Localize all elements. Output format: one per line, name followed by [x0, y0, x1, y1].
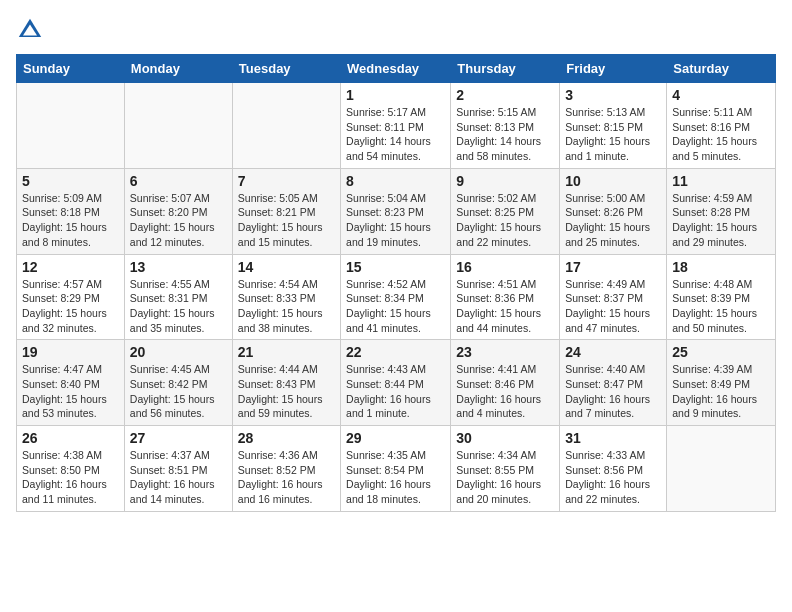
calendar-cell: 25Sunrise: 4:39 AMSunset: 8:49 PMDayligh… [667, 340, 776, 426]
calendar-cell: 22Sunrise: 4:43 AMSunset: 8:44 PMDayligh… [341, 340, 451, 426]
calendar-cell: 12Sunrise: 4:57 AMSunset: 8:29 PMDayligh… [17, 254, 125, 340]
day-number: 11 [672, 173, 770, 189]
calendar-cell: 28Sunrise: 4:36 AMSunset: 8:52 PMDayligh… [232, 426, 340, 512]
day-info: Sunrise: 4:38 AMSunset: 8:50 PMDaylight:… [22, 448, 119, 507]
day-number: 29 [346, 430, 445, 446]
day-info: Sunrise: 4:59 AMSunset: 8:28 PMDaylight:… [672, 191, 770, 250]
calendar-cell [667, 426, 776, 512]
day-info: Sunrise: 4:36 AMSunset: 8:52 PMDaylight:… [238, 448, 335, 507]
calendar-cell: 27Sunrise: 4:37 AMSunset: 8:51 PMDayligh… [124, 426, 232, 512]
calendar-cell: 16Sunrise: 4:51 AMSunset: 8:36 PMDayligh… [451, 254, 560, 340]
day-number: 7 [238, 173, 335, 189]
calendar-cell: 9Sunrise: 5:02 AMSunset: 8:25 PMDaylight… [451, 168, 560, 254]
calendar-cell: 14Sunrise: 4:54 AMSunset: 8:33 PMDayligh… [232, 254, 340, 340]
calendar-cell: 18Sunrise: 4:48 AMSunset: 8:39 PMDayligh… [667, 254, 776, 340]
day-number: 23 [456, 344, 554, 360]
day-info: Sunrise: 4:43 AMSunset: 8:44 PMDaylight:… [346, 362, 445, 421]
day-number: 4 [672, 87, 770, 103]
day-number: 1 [346, 87, 445, 103]
day-number: 6 [130, 173, 227, 189]
calendar-cell [124, 83, 232, 169]
weekday-header-row: SundayMondayTuesdayWednesdayThursdayFrid… [17, 55, 776, 83]
day-number: 24 [565, 344, 661, 360]
day-info: Sunrise: 5:00 AMSunset: 8:26 PMDaylight:… [565, 191, 661, 250]
day-number: 14 [238, 259, 335, 275]
day-info: Sunrise: 4:57 AMSunset: 8:29 PMDaylight:… [22, 277, 119, 336]
calendar-week-row: 1Sunrise: 5:17 AMSunset: 8:11 PMDaylight… [17, 83, 776, 169]
logo-icon [16, 16, 44, 44]
day-info: Sunrise: 4:33 AMSunset: 8:56 PMDaylight:… [565, 448, 661, 507]
day-info: Sunrise: 4:51 AMSunset: 8:36 PMDaylight:… [456, 277, 554, 336]
day-number: 12 [22, 259, 119, 275]
calendar-cell: 19Sunrise: 4:47 AMSunset: 8:40 PMDayligh… [17, 340, 125, 426]
day-info: Sunrise: 4:47 AMSunset: 8:40 PMDaylight:… [22, 362, 119, 421]
day-number: 28 [238, 430, 335, 446]
day-info: Sunrise: 4:37 AMSunset: 8:51 PMDaylight:… [130, 448, 227, 507]
calendar-cell: 31Sunrise: 4:33 AMSunset: 8:56 PMDayligh… [560, 426, 667, 512]
day-number: 13 [130, 259, 227, 275]
day-number: 20 [130, 344, 227, 360]
day-number: 22 [346, 344, 445, 360]
calendar-cell: 1Sunrise: 5:17 AMSunset: 8:11 PMDaylight… [341, 83, 451, 169]
weekday-header-sunday: Sunday [17, 55, 125, 83]
day-info: Sunrise: 5:13 AMSunset: 8:15 PMDaylight:… [565, 105, 661, 164]
day-info: Sunrise: 4:49 AMSunset: 8:37 PMDaylight:… [565, 277, 661, 336]
day-number: 16 [456, 259, 554, 275]
day-info: Sunrise: 5:07 AMSunset: 8:20 PMDaylight:… [130, 191, 227, 250]
day-info: Sunrise: 5:04 AMSunset: 8:23 PMDaylight:… [346, 191, 445, 250]
calendar-cell: 24Sunrise: 4:40 AMSunset: 8:47 PMDayligh… [560, 340, 667, 426]
calendar-cell: 10Sunrise: 5:00 AMSunset: 8:26 PMDayligh… [560, 168, 667, 254]
day-info: Sunrise: 4:45 AMSunset: 8:42 PMDaylight:… [130, 362, 227, 421]
calendar-cell: 2Sunrise: 5:15 AMSunset: 8:13 PMDaylight… [451, 83, 560, 169]
weekday-header-monday: Monday [124, 55, 232, 83]
weekday-header-thursday: Thursday [451, 55, 560, 83]
logo [16, 16, 48, 44]
calendar-cell: 30Sunrise: 4:34 AMSunset: 8:55 PMDayligh… [451, 426, 560, 512]
calendar-cell: 29Sunrise: 4:35 AMSunset: 8:54 PMDayligh… [341, 426, 451, 512]
calendar-week-row: 26Sunrise: 4:38 AMSunset: 8:50 PMDayligh… [17, 426, 776, 512]
calendar-cell: 8Sunrise: 5:04 AMSunset: 8:23 PMDaylight… [341, 168, 451, 254]
day-info: Sunrise: 4:39 AMSunset: 8:49 PMDaylight:… [672, 362, 770, 421]
day-info: Sunrise: 4:54 AMSunset: 8:33 PMDaylight:… [238, 277, 335, 336]
calendar-cell: 15Sunrise: 4:52 AMSunset: 8:34 PMDayligh… [341, 254, 451, 340]
day-info: Sunrise: 5:09 AMSunset: 8:18 PMDaylight:… [22, 191, 119, 250]
weekday-header-saturday: Saturday [667, 55, 776, 83]
day-info: Sunrise: 4:34 AMSunset: 8:55 PMDaylight:… [456, 448, 554, 507]
day-number: 2 [456, 87, 554, 103]
day-number: 17 [565, 259, 661, 275]
calendar-cell: 6Sunrise: 5:07 AMSunset: 8:20 PMDaylight… [124, 168, 232, 254]
day-info: Sunrise: 4:48 AMSunset: 8:39 PMDaylight:… [672, 277, 770, 336]
day-number: 21 [238, 344, 335, 360]
calendar-cell: 7Sunrise: 5:05 AMSunset: 8:21 PMDaylight… [232, 168, 340, 254]
day-info: Sunrise: 4:35 AMSunset: 8:54 PMDaylight:… [346, 448, 445, 507]
day-info: Sunrise: 4:41 AMSunset: 8:46 PMDaylight:… [456, 362, 554, 421]
day-number: 8 [346, 173, 445, 189]
day-info: Sunrise: 4:40 AMSunset: 8:47 PMDaylight:… [565, 362, 661, 421]
day-info: Sunrise: 4:44 AMSunset: 8:43 PMDaylight:… [238, 362, 335, 421]
day-info: Sunrise: 5:15 AMSunset: 8:13 PMDaylight:… [456, 105, 554, 164]
calendar-week-row: 12Sunrise: 4:57 AMSunset: 8:29 PMDayligh… [17, 254, 776, 340]
calendar-cell: 17Sunrise: 4:49 AMSunset: 8:37 PMDayligh… [560, 254, 667, 340]
day-info: Sunrise: 4:52 AMSunset: 8:34 PMDaylight:… [346, 277, 445, 336]
day-number: 18 [672, 259, 770, 275]
calendar-cell: 11Sunrise: 4:59 AMSunset: 8:28 PMDayligh… [667, 168, 776, 254]
day-info: Sunrise: 5:05 AMSunset: 8:21 PMDaylight:… [238, 191, 335, 250]
calendar-week-row: 19Sunrise: 4:47 AMSunset: 8:40 PMDayligh… [17, 340, 776, 426]
calendar-cell: 13Sunrise: 4:55 AMSunset: 8:31 PMDayligh… [124, 254, 232, 340]
day-number: 27 [130, 430, 227, 446]
weekday-header-friday: Friday [560, 55, 667, 83]
calendar-cell: 5Sunrise: 5:09 AMSunset: 8:18 PMDaylight… [17, 168, 125, 254]
day-number: 9 [456, 173, 554, 189]
calendar-week-row: 5Sunrise: 5:09 AMSunset: 8:18 PMDaylight… [17, 168, 776, 254]
day-info: Sunrise: 5:11 AMSunset: 8:16 PMDaylight:… [672, 105, 770, 164]
day-number: 26 [22, 430, 119, 446]
calendar-cell: 4Sunrise: 5:11 AMSunset: 8:16 PMDaylight… [667, 83, 776, 169]
page-header [16, 16, 776, 44]
calendar-cell: 21Sunrise: 4:44 AMSunset: 8:43 PMDayligh… [232, 340, 340, 426]
calendar-cell: 23Sunrise: 4:41 AMSunset: 8:46 PMDayligh… [451, 340, 560, 426]
weekday-header-tuesday: Tuesday [232, 55, 340, 83]
day-number: 15 [346, 259, 445, 275]
day-number: 31 [565, 430, 661, 446]
calendar-table: SundayMondayTuesdayWednesdayThursdayFrid… [16, 54, 776, 512]
calendar-cell [17, 83, 125, 169]
